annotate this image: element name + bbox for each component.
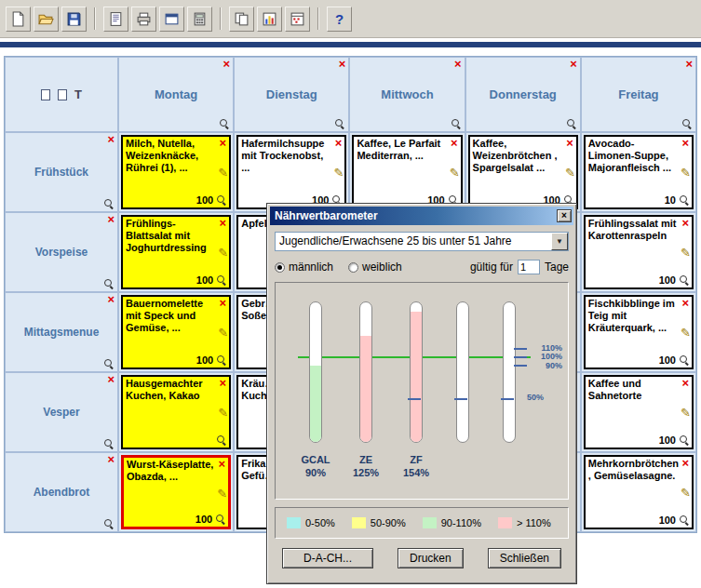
delete-icon[interactable]: ×	[681, 137, 689, 150]
dialog-titlebar[interactable]: Nährwertbarometer ×	[270, 207, 573, 225]
magnifier-icon[interactable]	[216, 194, 227, 206]
corner-t-label[interactable]: T	[74, 87, 82, 101]
meal-cell-montag-mittagsmenue[interactable]: × Bauernomelette mit Speck und Gemüse, .…	[118, 292, 234, 372]
delete-icon[interactable]: ×	[681, 377, 689, 390]
close-dialog-button[interactable]: Schließen	[488, 548, 561, 568]
radio-female[interactable]: weiblich	[348, 261, 402, 274]
delete-icon[interactable]: ×	[454, 58, 462, 71]
delete-icon[interactable]: ×	[219, 458, 226, 471]
window-button[interactable]	[159, 7, 184, 32]
dach-button[interactable]: D-A-CH...	[282, 548, 373, 568]
magnifier-icon[interactable]	[679, 194, 690, 206]
delete-icon[interactable]: ×	[223, 58, 231, 71]
edit-icon[interactable]: ✎	[333, 167, 344, 179]
edit-icon[interactable]: ✎	[218, 407, 228, 419]
meal-cell-donnerstag-fruehstueck[interactable]: × Kaffee, Weizenbrötchen , Spargelsalat …	[465, 132, 581, 212]
magnifier-icon[interactable]	[103, 358, 115, 369]
meal-box[interactable]: × Mehrkornbrötchen , Gemüselasagne. ✎ 10…	[584, 455, 694, 529]
day-header-dienstag[interactable]: × Dienstag	[234, 57, 349, 132]
meal-box[interactable]: × Kaffee, Le Parfait Mediterran, ... ✎ 1…	[352, 135, 462, 209]
magnifier-icon[interactable]	[681, 118, 693, 129]
meal-cell-freitag-abendbrot[interactable]: × Mehrkornbrötchen , Gemüselasagne. ✎ 10…	[581, 452, 696, 532]
close-icon[interactable]: ×	[557, 209, 572, 222]
calculator-button[interactable]	[187, 7, 212, 32]
magnifier-icon[interactable]	[679, 354, 690, 366]
calendar-button[interactable]	[285, 7, 310, 32]
magnifier-icon[interactable]	[679, 274, 690, 286]
meal-cell-dienstag-fruehstueck[interactable]: × Hafermilchsuppe mit Trockenobst, ... ✎…	[234, 132, 349, 212]
portion-value[interactable]: 100	[196, 194, 213, 206]
magnifier-icon[interactable]	[679, 514, 690, 526]
portion-value[interactable]: 10	[665, 194, 676, 206]
magnifier-icon[interactable]	[219, 118, 230, 129]
portion-value[interactable]: 100	[659, 434, 676, 446]
magnifier-icon[interactable]	[103, 198, 115, 209]
magnifier-icon[interactable]	[103, 518, 115, 529]
delete-icon[interactable]: ×	[685, 58, 693, 71]
meal-box-selected[interactable]: × Wurst-Käseplatte, Obazda, ... ✎ 100	[121, 455, 231, 529]
meal-box[interactable]: × Frühlingssalat mit Karottenraspeln ✎ 1…	[584, 215, 694, 289]
magnifier-icon[interactable]	[216, 434, 227, 446]
edit-icon[interactable]: ✎	[681, 487, 691, 499]
row-label-mittagsmenue[interactable]: × Mittagsmenue	[5, 292, 118, 372]
delete-icon[interactable]: ×	[566, 137, 573, 150]
edit-icon[interactable]: ✎	[218, 247, 228, 259]
delete-icon[interactable]: ×	[107, 373, 115, 386]
help-button[interactable]: ?	[327, 7, 352, 32]
radio-female-icon[interactable]	[348, 262, 358, 273]
delete-icon[interactable]: ×	[339, 58, 346, 71]
print-button[interactable]	[131, 7, 156, 32]
meal-box[interactable]: × Milch, Nutella, Weizenknäcke, Rührei (…	[121, 135, 231, 209]
meal-box[interactable]: × Bauernomelette mit Speck und Gemüse, .…	[121, 295, 231, 369]
delete-icon[interactable]: ×	[107, 293, 115, 306]
magnifier-icon[interactable]	[451, 118, 462, 129]
copy-plan-icon[interactable]	[41, 89, 50, 100]
magnifier-icon[interactable]	[215, 514, 226, 525]
meal-cell-freitag-vorspeise[interactable]: × Frühlingssalat mit Karottenraspeln ✎ 1…	[581, 212, 696, 292]
copy-button[interactable]	[229, 7, 254, 32]
day-header-freitag[interactable]: × Freitag	[581, 57, 696, 132]
day-header-donnerstag[interactable]: × Donnerstag	[465, 57, 581, 132]
meal-box[interactable]: × Avocado-Limonen-Suppe, Majoranfleisch …	[584, 135, 694, 209]
day-header-montag[interactable]: × Montag	[118, 57, 234, 132]
delete-icon[interactable]: ×	[451, 137, 458, 150]
edit-icon[interactable]: ✎	[681, 167, 691, 179]
magnifier-icon[interactable]	[566, 118, 577, 129]
meal-cell-freitag-fruehstueck[interactable]: × Avocado-Limonen-Suppe, Majoranfleisch …	[581, 132, 696, 212]
edit-icon[interactable]: ✎	[217, 488, 227, 500]
delete-icon[interactable]: ×	[681, 217, 689, 230]
edit-icon[interactable]: ✎	[218, 167, 228, 179]
meal-box[interactable]: × Frühlings-Blattsalat mit Joghurtdressi…	[121, 215, 231, 289]
open-button[interactable]	[34, 7, 59, 32]
edit-icon[interactable]: ✎	[565, 167, 575, 179]
delete-icon[interactable]: ×	[220, 137, 227, 150]
delete-icon[interactable]: ×	[220, 377, 227, 390]
edit-icon[interactable]: ✎	[681, 327, 691, 339]
print-dialog-button[interactable]: Drucken	[398, 548, 464, 568]
radio-male[interactable]: männlich	[275, 261, 333, 274]
portion-value[interactable]: 100	[659, 274, 676, 286]
edit-icon[interactable]: ✎	[681, 247, 691, 259]
meal-cell-montag-abendbrot[interactable]: × Wurst-Käseplatte, Obazda, ... ✎ 100	[118, 452, 234, 532]
day-header-mittwoch[interactable]: × Mittwoch	[349, 57, 465, 132]
edit-icon[interactable]: ✎	[218, 327, 228, 339]
meal-box[interactable]: × Fischkibblinge im Teig mit Kräuterquar…	[584, 295, 694, 369]
delete-icon[interactable]: ×	[681, 297, 689, 310]
delete-icon[interactable]: ×	[335, 137, 343, 150]
meal-cell-montag-vesper[interactable]: × Hausgemachter Kuchen, Kakao ✎	[118, 372, 234, 452]
report-button[interactable]	[103, 7, 128, 32]
magnifier-icon[interactable]	[334, 118, 345, 129]
age-group-select[interactable]: Jugendliche/Erwachsene 25 bis unter 51 J…	[275, 232, 569, 251]
edit-icon[interactable]: ✎	[450, 167, 460, 179]
meal-box[interactable]: × Hafermilchsuppe mit Trockenobst, ... ✎…	[236, 135, 346, 209]
portion-value[interactable]: 100	[196, 274, 213, 286]
new-plan-icon[interactable]	[58, 89, 67, 100]
portion-value[interactable]: 100	[196, 354, 213, 366]
delete-icon[interactable]: ×	[107, 133, 115, 146]
meal-box[interactable]: × Hausgemachter Kuchen, Kakao ✎	[121, 375, 231, 449]
delete-icon[interactable]: ×	[220, 297, 227, 310]
meal-cell-mittwoch-fruehstueck[interactable]: × Kaffee, Le Parfait Mediterran, ... ✎ 1…	[349, 132, 465, 212]
delete-icon[interactable]: ×	[681, 457, 689, 470]
meal-box[interactable]: × Kaffee und Sahnetorte ✎ 100	[584, 375, 694, 449]
delete-icon[interactable]: ×	[107, 453, 115, 466]
